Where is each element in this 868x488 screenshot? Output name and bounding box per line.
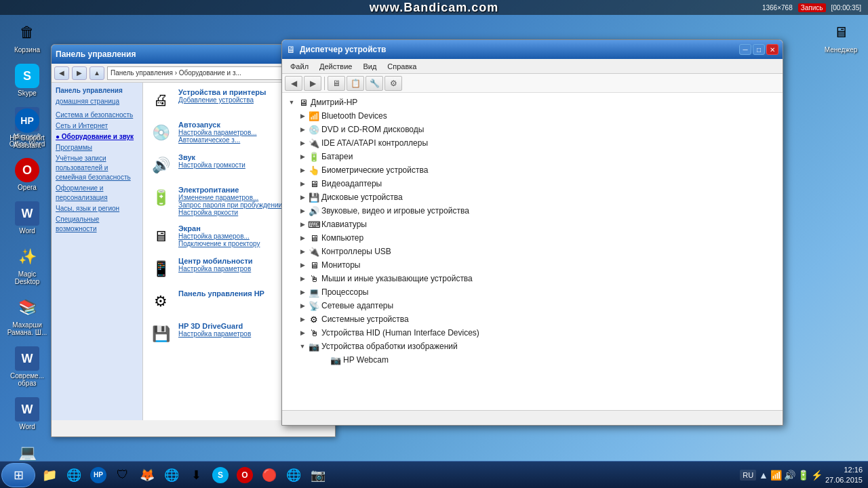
desktop-icon-word4[interactable]: W Word — [7, 397, 47, 430]
ide-toggle[interactable]: ▶ — [297, 138, 308, 148]
dm-minimize-button[interactable]: ─ — [739, 44, 751, 55]
desktop-icon-word3[interactable]: W Совреме... образ — [7, 346, 47, 387]
cp-nav-chasy[interactable]: Часы, язык и регион — [56, 204, 138, 214]
battery-toggle[interactable]: ▶ — [297, 151, 308, 162]
tree-item-sound[interactable]: ▶ 🔊 Звуковые, видео и игровые устройства — [296, 204, 780, 218]
dm-close-button[interactable]: ✕ — [766, 44, 778, 55]
cp-nav-special[interactable]: Специальные возможности — [56, 215, 138, 234]
biometric-label: Биометрические устройства — [321, 165, 428, 175]
tree-item-hid[interactable]: ▶ 🖱 Устройства HID (Human Interface Devi… — [296, 326, 780, 340]
biometric-toggle[interactable]: ▶ — [297, 165, 308, 176]
taskbar-icon-daemon[interactable]: 🔴 — [258, 464, 281, 487]
sound-toggle[interactable]: ▶ — [297, 205, 308, 216]
desktop-icon-word2[interactable]: W Word — [7, 201, 47, 235]
usb-toggle[interactable]: ▶ — [297, 246, 308, 257]
tree-item-dvd[interactable]: ▶ 💿 DVD и CD-ROM дисководы — [296, 123, 780, 136]
cp-nav-oborud[interactable]: ● Оборудование и звук — [56, 132, 138, 142]
taskbar-clock[interactable]: 12:16 27.06.2015 — [825, 465, 863, 485]
cp-nav-oform[interactable]: Оформление и персонализация — [56, 184, 138, 203]
taskbar-battery-icon[interactable]: 🔋 — [797, 470, 809, 481]
taskbar-icon-explorer[interactable]: 📁 — [38, 464, 61, 487]
dm-menu-view[interactable]: Вид — [357, 61, 382, 72]
tree-item-battery[interactable]: ▶ 🔋 Батареи — [296, 150, 780, 163]
taskbar-icon-network[interactable]: 🌐 — [282, 464, 305, 487]
cp-home-link[interactable]: домашняя страница — [56, 97, 138, 106]
computer-toggle[interactable]: ▶ — [297, 232, 308, 243]
taskbar-icon-torrent[interactable]: ⬇ — [184, 464, 208, 487]
taskbar-icon-chrome[interactable]: 🌐 — [160, 464, 183, 487]
dm-update-button[interactable]: ⚙ — [384, 76, 402, 91]
cp-up-button[interactable]: ▲ — [90, 66, 104, 80]
taskbar-icon-ie[interactable]: 🌐 — [62, 464, 85, 487]
taskbar-volume-icon[interactable]: 🔊 — [784, 470, 795, 481]
desktop-icon-korzina[interactable]: 🗑 Корзина — [7, 20, 47, 54]
dm-properties-button[interactable]: 🔧 — [366, 76, 383, 91]
net-toggle[interactable]: ▶ — [297, 300, 308, 311]
tree-item-keyboard[interactable]: ▶ ⌨ Клавиатуры — [296, 218, 780, 231]
keyboard-toggle[interactable]: ▶ — [297, 219, 308, 230]
tree-item-imaging[interactable]: ▼ 📷 Устройства обработки изображений — [296, 340, 780, 353]
dm-list-button[interactable]: 📋 — [347, 76, 364, 91]
taskbar-network-icon[interactable]: 📶 — [770, 470, 782, 481]
dvd-toggle[interactable]: ▶ — [297, 124, 308, 135]
tree-root-item[interactable]: ▼ 🖥 Дмитрий-HP — [285, 96, 780, 109]
cp-forward-button[interactable]: ▶ — [72, 66, 87, 80]
dm-computer-button[interactable]: 🖥 — [328, 76, 345, 91]
taskbar-icon-hp[interactable]: HP — [87, 464, 110, 487]
tree-item-biometric[interactable]: ▶ 👆 Биометрические устройства — [296, 163, 780, 177]
taskbar-icon-firefox[interactable]: 🦊 — [136, 464, 159, 487]
imaging-toggle[interactable]: ▼ — [297, 341, 308, 352]
opera-label: Opera — [18, 184, 37, 191]
root-toggle[interactable]: ▼ — [286, 97, 297, 108]
brand-label: www.Bandicam.com — [370, 1, 498, 15]
dm-forward-button[interactable]: ▶ — [304, 76, 321, 91]
cp-nav-set[interactable]: Сеть и Интернет — [56, 121, 138, 131]
disk-toggle[interactable]: ▶ — [297, 192, 308, 203]
cp-nav-prog[interactable]: Программы — [56, 143, 138, 152]
desktop-icon-hp-support[interactable]: HP HP Support Assistant — [7, 108, 47, 149]
video-toggle[interactable]: ▶ — [297, 178, 308, 189]
dm-menu-action[interactable]: Действие — [314, 61, 357, 72]
mice-toggle[interactable]: ▶ — [297, 273, 308, 284]
bluetooth-toggle[interactable]: ▶ — [297, 110, 308, 121]
dm-menu-help[interactable]: Справка — [382, 61, 422, 72]
tree-item-monitors[interactable]: ▶ 🖥 Мониторы — [296, 258, 780, 272]
cp-nav-uchet[interactable]: Учётные записи пользователей и семейная … — [56, 154, 138, 182]
taskbar-icon-capture[interactable]: 📷 — [307, 464, 330, 487]
tree-item-webcam[interactable]: ▶ 📷 HP Webcam — [317, 353, 780, 367]
start-button[interactable]: ⊞ — [1, 463, 35, 487]
lang-label: RU — [743, 471, 753, 479]
desktop-icon-skype[interactable]: S Skype — [7, 64, 47, 97]
tree-item-computer[interactable]: ▶ 🖥 Компьютер — [296, 231, 780, 245]
tree-item-disk[interactable]: ▶ 💾 Дисковые устройства — [296, 190, 780, 204]
taskbar-icon-opera[interactable]: O — [233, 464, 256, 487]
cp-address-bar[interactable]: Панель управления › Оборудование и з... — [107, 66, 282, 80]
monitors-toggle[interactable]: ▶ — [297, 260, 308, 270]
desktop-icon-magic[interactable]: ✨ Magic Desktop — [7, 245, 47, 285]
tree-item-ide[interactable]: ▶ 🔌 IDE ATA/ATAPI контроллеры — [296, 136, 780, 150]
taskbar-charge-icon[interactable]: ⚡ — [811, 470, 823, 481]
cp-back-button[interactable]: ◀ — [54, 66, 69, 80]
tree-item-usb[interactable]: ▶ 🔌 Контроллеры USB — [296, 245, 780, 258]
tree-item-net[interactable]: ▶ 📡 Сетевые адаптеры — [296, 299, 780, 312]
desktop-icon-maharshi[interactable]: 📚 Махарши Рамана. Ш... — [7, 296, 47, 336]
taskbar-arrow-icon[interactable]: ▲ — [759, 470, 768, 481]
tree-item-mice[interactable]: ▶ 🖱 Мыши и иные указывающие устройства — [296, 272, 780, 285]
taskbar-icon-skype[interactable]: S — [209, 464, 232, 487]
tree-item-video[interactable]: ▶ 🖥 Видеоадаптеры — [296, 177, 780, 190]
tree-item-cpu[interactable]: ▶ 💻 Процессоры — [296, 285, 780, 299]
desktop-icon-manager[interactable]: 🖥 Менеджер — [821, 20, 861, 54]
desktop-icons-right: 🖥 Менеджер — [821, 20, 861, 54]
dm-back-button[interactable]: ◀ — [285, 76, 302, 91]
desktop-icon-opera[interactable]: O Opera — [7, 158, 47, 191]
hid-toggle[interactable]: ▶ — [297, 327, 308, 338]
cp-nav-sistema[interactable]: Система и безопасность — [56, 110, 138, 120]
tree-item-system[interactable]: ▶ ⚙ Системные устройства — [296, 312, 780, 326]
dm-maximize-button[interactable]: □ — [753, 44, 765, 55]
dm-menu-file[interactable]: Файл — [285, 61, 314, 72]
system-toggle[interactable]: ▶ — [297, 314, 308, 325]
taskbar-icon-defender[interactable]: 🛡 — [111, 464, 134, 487]
cpu-toggle[interactable]: ▶ — [297, 287, 308, 298]
taskbar-language[interactable]: RU — [740, 470, 756, 481]
tree-item-bluetooth[interactable]: ▶ 📶 Bluetooth Devices — [296, 109, 780, 123]
